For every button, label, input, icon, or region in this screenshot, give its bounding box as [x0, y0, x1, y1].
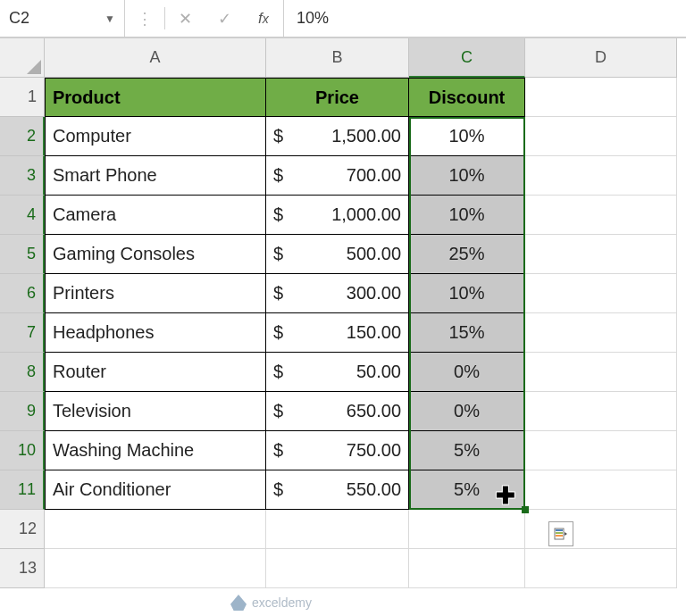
- cell-b12[interactable]: [266, 510, 409, 549]
- cell-c1[interactable]: Discount: [409, 78, 525, 117]
- enter-button[interactable]: ✓: [205, 0, 244, 37]
- row-header-3[interactable]: 3: [0, 156, 45, 196]
- cell-b11[interactable]: $550.00: [266, 470, 409, 510]
- row-header-10[interactable]: 10: [0, 431, 45, 470]
- cell-b2[interactable]: $1,500.00: [266, 117, 409, 156]
- cell-c7[interactable]: 15%: [409, 313, 525, 353]
- cell-d7[interactable]: [525, 313, 677, 353]
- cell-d11[interactable]: [525, 470, 677, 510]
- row-header-1[interactable]: 1: [0, 78, 45, 117]
- cell-a10[interactable]: Washing Machine: [45, 431, 266, 470]
- svg-rect-1: [556, 529, 563, 531]
- cell-b8[interactable]: $50.00: [266, 353, 409, 392]
- paste-options-button[interactable]: [548, 521, 573, 546]
- row-header-7[interactable]: 7: [0, 313, 45, 353]
- col-header-b[interactable]: B: [266, 38, 409, 78]
- cell-a1[interactable]: Product: [45, 78, 266, 117]
- cell-d8[interactable]: [525, 353, 677, 392]
- paste-options-icon: [553, 526, 569, 542]
- cursor-icon: ✚: [496, 482, 515, 510]
- cell-b7[interactable]: $150.00: [266, 313, 409, 353]
- svg-rect-2: [556, 532, 563, 534]
- watermark-logo-icon: [230, 595, 247, 611]
- cell-a4[interactable]: Camera: [45, 196, 266, 235]
- cell-a3[interactable]: Smart Phone: [45, 156, 266, 196]
- cell-b5[interactable]: $500.00: [266, 235, 409, 274]
- cell-c12[interactable]: [409, 510, 525, 549]
- cell-c2[interactable]: 10%: [409, 117, 525, 156]
- cell-d13[interactable]: [525, 549, 677, 588]
- cell-c8[interactable]: 0%: [409, 353, 525, 392]
- cell-b9[interactable]: $650.00: [266, 392, 409, 431]
- name-box-dropdown-icon[interactable]: ▼: [105, 12, 115, 25]
- cell-d5[interactable]: [525, 235, 677, 274]
- cell-b3[interactable]: $700.00: [266, 156, 409, 196]
- row-header-9[interactable]: 9: [0, 392, 45, 431]
- cell-c10[interactable]: 5%: [409, 431, 525, 470]
- cell-a12[interactable]: [45, 510, 266, 549]
- cell-a13[interactable]: [45, 549, 266, 588]
- spreadsheet-grid: A B C D 1 Product Price Discount 2 Compu…: [0, 37, 686, 588]
- row-header-11[interactable]: 11: [0, 470, 45, 510]
- col-header-a[interactable]: A: [45, 38, 266, 78]
- cell-c4[interactable]: 10%: [409, 196, 525, 235]
- svg-rect-3: [556, 535, 563, 537]
- row-header-4[interactable]: 4: [0, 196, 45, 235]
- name-box-value: C2: [9, 9, 29, 28]
- cell-d6[interactable]: [525, 274, 677, 313]
- cell-b1[interactable]: Price: [266, 78, 409, 117]
- row-header-12[interactable]: 12: [0, 510, 45, 549]
- col-header-c[interactable]: C: [409, 38, 525, 78]
- select-all-corner[interactable]: [0, 38, 45, 78]
- cell-a11[interactable]: Air Conditioner: [45, 470, 266, 510]
- cell-d3[interactable]: [525, 156, 677, 196]
- cancel-button[interactable]: ✕: [165, 0, 205, 37]
- insert-function-button[interactable]: fx: [244, 0, 283, 37]
- formula-value: 10%: [297, 9, 329, 28]
- row-header-13[interactable]: 13: [0, 549, 45, 588]
- cell-a5[interactable]: Gaming Consoles: [45, 235, 266, 274]
- row-header-8[interactable]: 8: [0, 353, 45, 392]
- col-header-d[interactable]: D: [525, 38, 677, 78]
- cell-a7[interactable]: Headphones: [45, 313, 266, 353]
- cell-b13[interactable]: [266, 549, 409, 588]
- cell-a9[interactable]: Television: [45, 392, 266, 431]
- cell-c6[interactable]: 10%: [409, 274, 525, 313]
- cell-d10[interactable]: [525, 431, 677, 470]
- cell-d9[interactable]: [525, 392, 677, 431]
- formula-bar-options-icon[interactable]: ⋮: [125, 0, 164, 37]
- row-header-5[interactable]: 5: [0, 235, 45, 274]
- cell-a6[interactable]: Printers: [45, 274, 266, 313]
- cell-c3[interactable]: 10%: [409, 156, 525, 196]
- row-header-2[interactable]: 2: [0, 117, 45, 156]
- cell-d4[interactable]: [525, 196, 677, 235]
- cell-c5[interactable]: 25%: [409, 235, 525, 274]
- watermark-text: exceldemy: [252, 595, 312, 610]
- cell-a8[interactable]: Router: [45, 353, 266, 392]
- watermark: exceldemy: [230, 595, 312, 611]
- fill-handle[interactable]: [522, 506, 529, 513]
- name-box[interactable]: C2 ▼: [0, 0, 125, 37]
- cell-c13[interactable]: [409, 549, 525, 588]
- formula-input[interactable]: 10%: [283, 0, 686, 37]
- cell-a2[interactable]: Computer: [45, 117, 266, 156]
- row-header-6[interactable]: 6: [0, 274, 45, 313]
- cell-d1[interactable]: [525, 78, 677, 117]
- cell-b10[interactable]: $750.00: [266, 431, 409, 470]
- formula-bar: C2 ▼ ⋮ ✕ ✓ fx 10%: [0, 0, 686, 37]
- cell-d2[interactable]: [525, 117, 677, 156]
- cell-b6[interactable]: $300.00: [266, 274, 409, 313]
- cell-b4[interactable]: $1,000.00: [266, 196, 409, 235]
- cell-c9[interactable]: 0%: [409, 392, 525, 431]
